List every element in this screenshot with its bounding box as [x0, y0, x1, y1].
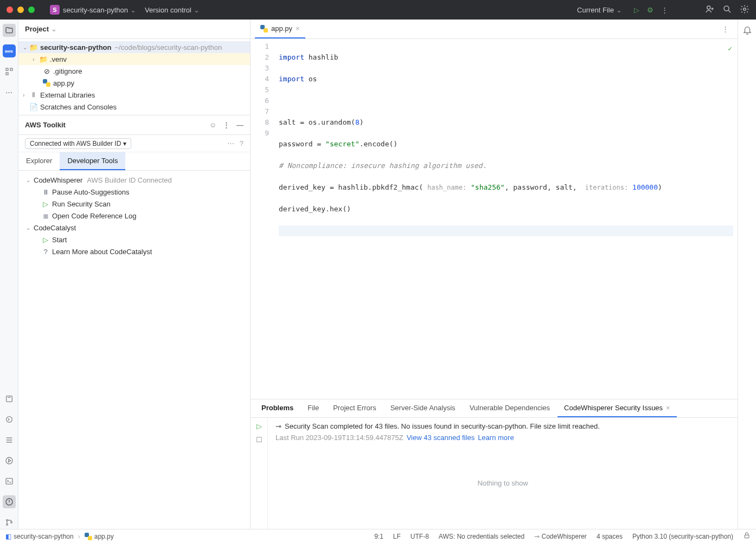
- vcs-menu[interactable]: Version control ⌄: [140, 4, 204, 16]
- problems-icon[interactable]: [3, 495, 16, 508]
- services-icon[interactable]: [3, 434, 16, 447]
- terminal-icon[interactable]: [3, 475, 16, 488]
- run-config-selector[interactable]: Current File ⌄: [573, 4, 626, 16]
- aws-pause-suggestions[interactable]: ⏸Pause Auto-Suggestions: [18, 186, 250, 198]
- caret-position[interactable]: 9:1: [374, 533, 383, 540]
- add-user-icon[interactable]: [705, 4, 715, 16]
- breadcrumb[interactable]: ◧ security-scan-python › app.py: [5, 533, 114, 540]
- nothing-to-show: Nothing to show: [276, 442, 730, 525]
- titlebar: S security-scan-python ⌄ Version control…: [0, 0, 756, 20]
- debug-icon[interactable]: ⚙: [647, 6, 654, 14]
- tab-problems[interactable]: Problems: [255, 399, 300, 417]
- aws-connection-selector[interactable]: Connected with AWS Builder ID▾: [25, 138, 131, 149]
- aws-tool-icon[interactable]: aws: [3, 44, 16, 57]
- commit-icon: ⊸: [276, 422, 281, 430]
- python-icon: [85, 533, 92, 540]
- more-icon[interactable]: ⋮: [223, 121, 230, 129]
- svg-rect-6: [6, 396, 12, 402]
- encoding[interactable]: UTF-8: [411, 533, 429, 540]
- aws-codecatalyst-learn[interactable]: ?Learn More about CodeCatalyst: [18, 245, 250, 257]
- tab-explorer[interactable]: Explorer: [18, 152, 60, 170]
- chevron-down-icon: ⌄: [26, 177, 33, 183]
- structure-tool-icon[interactable]: [3, 65, 16, 78]
- project-tool-icon[interactable]: [3, 24, 16, 37]
- help-icon[interactable]: ?: [240, 139, 244, 147]
- codewhisperer-status[interactable]: ⊸ CodeWhisperer: [534, 533, 587, 540]
- code-content[interactable]: import hashlib import os salt = os.urand…: [274, 39, 738, 399]
- minimize-icon[interactable]: —: [236, 121, 244, 129]
- svg-point-0: [707, 6, 710, 9]
- window-maximize[interactable]: [28, 7, 35, 13]
- aws-codecatalyst-start[interactable]: ▷Start: [18, 234, 250, 245]
- git-icon[interactable]: [3, 516, 16, 529]
- chevron-down-icon: ⌄: [130, 6, 136, 14]
- scratch-icon: 📄: [29, 103, 38, 111]
- svg-rect-5: [6, 73, 8, 75]
- svg-point-8: [6, 457, 12, 464]
- interpreter-status[interactable]: Python 3.10 (security-scan-python): [632, 533, 733, 540]
- close-icon[interactable]: ×: [296, 24, 300, 33]
- project-panel-header[interactable]: Project⌄: [18, 20, 250, 39]
- tab-developer-tools[interactable]: Developer Tools: [60, 152, 125, 170]
- search-icon[interactable]: [722, 4, 732, 16]
- view-scanned-files-link[interactable]: View 43 scanned files: [407, 434, 475, 442]
- line-separator[interactable]: LF: [393, 533, 401, 540]
- right-tool-rail: [738, 20, 756, 529]
- tree-external-libraries[interactable]: › ⫴ External Libraries: [18, 89, 250, 101]
- editor-more-icon[interactable]: ⋮: [717, 25, 733, 33]
- notifications-icon[interactable]: [742, 25, 752, 36]
- tree-folder-venv[interactable]: › 📁 .venv: [18, 53, 250, 65]
- chevron-down-icon: ⌄: [51, 25, 57, 33]
- run-tool-icon[interactable]: [3, 454, 16, 467]
- tab-project-errors[interactable]: Project Errors: [326, 399, 382, 417]
- tab-server-side[interactable]: Server-Side Analysis: [384, 399, 462, 417]
- more-tools-icon[interactable]: ⋯: [3, 86, 16, 99]
- close-icon[interactable]: ×: [666, 404, 670, 412]
- python-console-icon[interactable]: [3, 413, 16, 426]
- tab-file[interactable]: File: [301, 399, 325, 417]
- feedback-icon[interactable]: ☺: [209, 121, 216, 129]
- aws-panel-header: AWS Toolkit ☺ ⋮ —: [18, 115, 250, 135]
- stop-icon[interactable]: ☐: [256, 436, 262, 444]
- aws-open-reference-log[interactable]: ≣Open Code Reference Log: [18, 210, 250, 222]
- editor-tab-bar: app.py × ⋮: [251, 20, 738, 39]
- tree-scratches[interactable]: 📄 Scratches and Consoles: [18, 101, 250, 113]
- svg-point-13: [10, 522, 12, 523]
- more-icon[interactable]: ⋯: [227, 139, 234, 147]
- settings-icon[interactable]: [740, 4, 749, 16]
- aws-codecatalyst-node[interactable]: ⌄ CodeCatalyst: [18, 222, 250, 234]
- aws-codewhisperer-node[interactable]: ⌄ CodeWhispererAWS Builder ID Connected: [18, 174, 250, 186]
- lock-icon[interactable]: [743, 532, 751, 541]
- python-icon: [42, 79, 51, 87]
- python-packages-icon[interactable]: [3, 392, 16, 405]
- chevron-down-icon: ⌄: [616, 6, 622, 14]
- problems-tab-bar: Problems File Project Errors Server-Side…: [251, 399, 738, 418]
- svg-point-2: [744, 8, 746, 10]
- run-icon[interactable]: ▷: [257, 422, 262, 430]
- file-icon: ⊘: [42, 67, 51, 75]
- tab-cw-security[interactable]: CodeWhisperer Security Issues×: [558, 399, 677, 417]
- aws-run-security-scan[interactable]: ▷Run Security Scan: [18, 198, 250, 210]
- problems-toolbar: ▷ ☐: [251, 418, 268, 529]
- window-minimize[interactable]: [17, 7, 24, 13]
- svg-point-11: [6, 520, 8, 521]
- editor-tab-apppy[interactable]: app.py ×: [255, 20, 305, 38]
- more-icon[interactable]: ⋮: [661, 6, 668, 14]
- code-editor[interactable]: ✓ 123456789 import hashlib import os sal…: [251, 39, 738, 399]
- tree-file-gitignore[interactable]: ⊘ .gitignore: [18, 65, 250, 77]
- learn-more-link[interactable]: Learn more: [478, 434, 514, 442]
- pause-icon: ⏸: [41, 188, 50, 196]
- aws-credentials[interactable]: AWS: No credentials selected: [439, 533, 524, 540]
- project-tree: ⌄ 📁 security-scan-python ~/code/blogs/se…: [18, 39, 250, 115]
- run-icon[interactable]: ▷: [634, 6, 639, 14]
- left-tool-rail: aws ⋯: [0, 20, 18, 529]
- tree-root[interactable]: ⌄ 📁 security-scan-python ~/code/blogs/se…: [18, 41, 250, 53]
- folder-icon: 📁: [39, 55, 48, 63]
- svg-rect-9: [6, 479, 12, 484]
- tree-file-apppy[interactable]: app.py: [18, 77, 250, 89]
- window-close[interactable]: [7, 7, 13, 13]
- project-selector[interactable]: S security-scan-python ⌄: [46, 3, 140, 17]
- tab-vulnerable-deps[interactable]: Vulnerable Dependencies: [463, 399, 556, 417]
- indent-status[interactable]: 4 spaces: [597, 533, 623, 540]
- library-icon: ⫴: [29, 90, 38, 99]
